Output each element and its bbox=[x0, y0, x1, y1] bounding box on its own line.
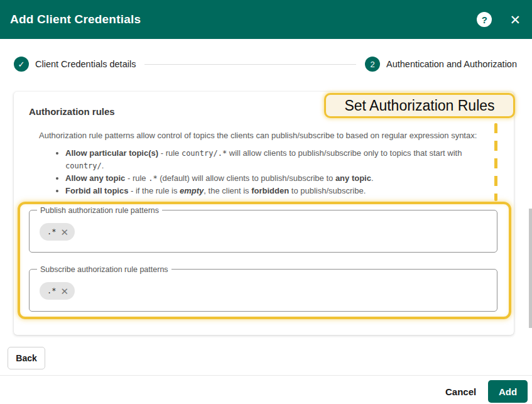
chip-remove-icon[interactable]: ✕ bbox=[60, 227, 68, 237]
publish-patterns-label: Publish authorization rule patterns bbox=[37, 206, 162, 215]
publish-pattern-chip: .* ✕ bbox=[40, 223, 75, 241]
vertical-scrollbar-thumb[interactable] bbox=[529, 209, 532, 328]
chip-remove-icon[interactable]: ✕ bbox=[60, 287, 68, 296]
tutorial-tooltip: Set Authorization Rules bbox=[324, 93, 515, 118]
tutorial-dashed-connector bbox=[494, 123, 497, 201]
rule-bullet-allow-particular: Allow particular topic(s) - rule country… bbox=[65, 147, 472, 172]
footer-divider bbox=[0, 375, 532, 376]
rule-bullet-forbid-all: Forbid all topics - if the rule is empty… bbox=[65, 185, 472, 197]
stepper: ✓ Client Credentials details 2 Authentic… bbox=[14, 55, 517, 73]
rules-intro-text: Authorization rule patterns allow contro… bbox=[39, 129, 491, 142]
help-icon: ? bbox=[482, 14, 487, 25]
close-icon: ✕ bbox=[509, 13, 521, 27]
step1-label: Client Credentials details bbox=[35, 59, 136, 69]
stepper-connector bbox=[144, 64, 356, 65]
chip-value: .* bbox=[47, 287, 56, 295]
check-icon: ✓ bbox=[18, 60, 25, 69]
step-client-credentials-details[interactable]: ✓ Client Credentials details bbox=[14, 57, 136, 72]
subscribe-patterns-input[interactable]: Subscribe authorization rule patterns .*… bbox=[29, 269, 497, 312]
cancel-button[interactable]: Cancel bbox=[440, 381, 481, 402]
publish-patterns-input[interactable]: Publish authorization rule patterns .* ✕ bbox=[29, 210, 497, 253]
back-button[interactable]: Back bbox=[8, 347, 45, 369]
dialog-title: Add Client Credentials bbox=[10, 13, 477, 26]
step1-indicator: ✓ bbox=[14, 57, 29, 72]
chip-value: .* bbox=[47, 227, 56, 236]
rule-bullet-allow-any: Allow any topic - rule .* (default) will… bbox=[65, 172, 472, 185]
add-button[interactable]: Add bbox=[488, 380, 528, 403]
rules-bullet-list: Allow particular topic(s) - rule country… bbox=[39, 147, 472, 197]
step-authentication-authorization[interactable]: 2 Authentication and Authorization bbox=[365, 57, 517, 72]
subscribe-pattern-chip: .* ✕ bbox=[40, 282, 75, 300]
step2-label: Authentication and Authorization bbox=[386, 59, 517, 69]
card-heading: Authorization rules bbox=[29, 106, 115, 117]
step2-indicator: 2 bbox=[365, 57, 380, 72]
close-button[interactable]: ✕ bbox=[508, 12, 522, 28]
help-button[interactable]: ? bbox=[477, 12, 492, 27]
subscribe-patterns-label: Subscribe authorization rule patterns bbox=[37, 265, 171, 274]
dialog-header: Add Client Credentials ? ✕ bbox=[0, 0, 532, 39]
